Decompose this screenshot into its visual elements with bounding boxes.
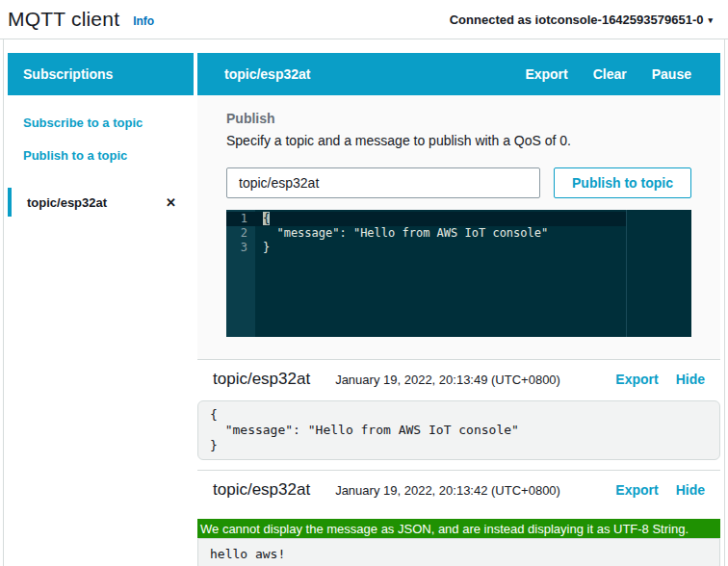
subscriptions-sidebar: Subscriptions Subscribe to a topic Publi… — [8, 53, 194, 566]
message-export-button[interactable]: Export — [615, 482, 658, 498]
message-export-button[interactable]: Export — [615, 372, 658, 387]
topic-input[interactable] — [226, 167, 540, 198]
sidebar-links: Subscribe to a topic Publish to a topic — [8, 95, 194, 181]
page-title: MQTT client — [8, 8, 119, 31]
publish-to-topic-button[interactable]: Publish to topic — [554, 167, 691, 198]
subscription-topic-label: topic/esp32at — [27, 195, 107, 210]
caret-down-icon: ▾ — [708, 15, 713, 25]
message-topic: topic/esp32at — [213, 480, 310, 500]
subscription-item[interactable]: topic/esp32at ✕ — [8, 188, 194, 217]
toolbar-topic-title: topic/esp32at — [224, 66, 310, 82]
line-code: } — [255, 241, 270, 255]
mqtt-client-panel: Subscriptions Subscribe to a topic Publi… — [3, 39, 725, 566]
sidebar-link-publish[interactable]: Publish to a topic — [8, 148, 194, 163]
utf8-warning-banner: We cannot display the message as JSON, a… — [197, 519, 720, 538]
info-link[interactable]: Info — [133, 14, 154, 28]
subscriptions-header-label: Subscriptions — [23, 66, 113, 82]
message-list: topic/esp32at January 19, 2022, 20:13:49… — [197, 360, 720, 566]
connection-status-dropdown[interactable]: Connected as iotconsole-1642593579651-0 … — [450, 13, 713, 27]
message-topic: topic/esp32at — [213, 370, 310, 389]
line-code: "message": "Hello from AWS IoT console" — [255, 226, 548, 241]
text-cursor: { — [263, 212, 270, 225]
publish-section: Publish Specify a topic and a message to… — [197, 95, 720, 360]
publish-description: Specify a topic and a message to publish… — [226, 133, 691, 148]
message-payload-editor[interactable]: 1 { 2 "message": "Hello from AWS IoT con… — [226, 210, 691, 337]
editor-line: 3 } — [226, 241, 691, 255]
message-payload: hello aws! — [197, 538, 720, 566]
line-number: 3 — [226, 241, 255, 255]
editor-line: 1 { — [226, 212, 691, 226]
message-timestamp: January 19, 2022, 20:13:49 (UTC+0800) — [335, 373, 560, 387]
selected-marker — [8, 188, 12, 217]
line-number: 1 — [226, 212, 255, 226]
message-hide-button[interactable]: Hide — [676, 482, 705, 498]
sidebar-link-subscribe[interactable]: Subscribe to a topic — [8, 116, 194, 130]
main-panel: topic/esp32at Export Clear Pause Publish… — [197, 53, 720, 566]
message-entry: topic/esp32at January 19, 2022, 20:13:49… — [197, 360, 720, 460]
close-icon[interactable]: ✕ — [166, 195, 176, 210]
clear-button[interactable]: Clear — [593, 66, 627, 82]
pause-button[interactable]: Pause — [652, 66, 691, 82]
message-header: topic/esp32at January 19, 2022, 20:13:49… — [197, 360, 720, 399]
connection-status-label: Connected as iotconsole-1642593579651-0 — [450, 13, 704, 27]
payload-line: } — [210, 438, 708, 453]
payload-line: { — [210, 407, 708, 423]
message-payload: { "message": "Hello from AWS IoT console… — [197, 400, 720, 460]
publish-section-label: Publish — [226, 111, 691, 126]
message-actions: Export Hide — [615, 482, 705, 498]
payload-line: hello aws! — [210, 547, 708, 562]
topic-toolbar: topic/esp32at Export Clear Pause — [197, 53, 720, 95]
publish-row: Publish to topic — [226, 167, 691, 198]
line-number: 2 — [226, 226, 255, 241]
message-header: topic/esp32at January 19, 2022, 20:13:42… — [197, 471, 720, 509]
subscriptions-header: Subscriptions — [8, 53, 194, 95]
line-code: { — [255, 212, 270, 226]
message-actions: Export Hide — [615, 372, 705, 387]
editor-lines: 1 { 2 "message": "Hello from AWS IoT con… — [226, 210, 691, 255]
message-entry: topic/esp32at January 19, 2022, 20:13:42… — [197, 471, 720, 566]
toolbar-actions: Export Clear Pause — [525, 66, 691, 82]
editor-line: 2 "message": "Hello from AWS IoT console… — [226, 226, 691, 241]
export-button[interactable]: Export — [525, 66, 567, 82]
app-header: MQTT client Info Connected as iotconsole… — [0, 0, 728, 39]
message-hide-button[interactable]: Hide — [676, 372, 705, 387]
message-timestamp: January 19, 2022, 20:13:42 (UTC+0800) — [335, 483, 560, 498]
payload-line: "message": "Hello from AWS IoT console" — [210, 423, 708, 438]
